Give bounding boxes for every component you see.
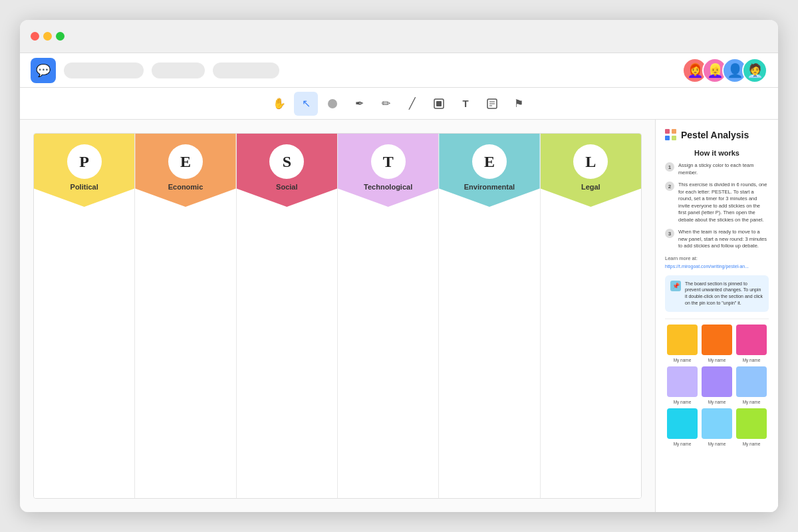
stickies-section: My name My name My name My name <box>665 325 769 446</box>
app-logo[interactable]: 💬 <box>31 58 56 83</box>
pen-tool[interactable]: ✒ <box>347 92 371 116</box>
pin-icon: 📌 <box>670 281 681 291</box>
sticky-orange[interactable] <box>702 325 732 355</box>
sticky-purple-wrapper: My name <box>702 366 732 404</box>
technological-header: T Technological <box>338 134 438 207</box>
brush-tool[interactable]: ✏ <box>374 92 398 116</box>
nav-item-3[interactable] <box>213 63 279 78</box>
sticky-blue[interactable] <box>736 366 767 397</box>
avatar-group: 👩‍🦰 👱‍♀️ 👤 🧑‍💼 <box>682 58 767 83</box>
legal-body[interactable] <box>541 207 641 498</box>
social-body[interactable] <box>237 207 337 498</box>
avatar-4[interactable]: 🧑‍💼 <box>742 58 767 83</box>
sticky-blue-wrapper: My name <box>736 366 767 404</box>
sticky-pink[interactable] <box>736 325 767 355</box>
social-label: Social <box>276 183 297 191</box>
sticky-lavender[interactable] <box>667 366 698 397</box>
legal-header: L Legal <box>541 134 641 207</box>
sticky-lightblue[interactable] <box>702 408 732 439</box>
col-technological: T Technological <box>338 134 439 498</box>
close-button[interactable] <box>31 32 39 41</box>
col-social: S Social <box>237 134 338 498</box>
col-political: P Political <box>34 134 135 498</box>
economic-body[interactable] <box>135 207 235 498</box>
nav-item-2[interactable] <box>152 63 205 78</box>
sticky-pink-wrapper: My name <box>736 325 767 362</box>
political-body[interactable] <box>34 207 134 498</box>
step-3-num: 3 <box>665 229 674 238</box>
hand-tool[interactable]: ✋ <box>267 92 291 116</box>
sticky-green-wrapper: My name <box>736 408 767 446</box>
sticky-cyan-wrapper: My name <box>667 408 698 446</box>
sticky-pink-label: My name <box>743 358 761 362</box>
text-tool[interactable]: T <box>454 92 477 116</box>
pin-notice: 📌 The board section is pinned to prevent… <box>665 275 769 312</box>
sticky-green-label: My name <box>743 442 761 446</box>
learn-more-label: Learn more at: <box>665 255 769 261</box>
step-2-text: This exercise is divided in 6 rounds, on… <box>678 182 769 223</box>
main-window: 💬 👩‍🦰 👱‍♀️ 👤 🧑‍💼 ✋ ↖ <box>20 20 778 512</box>
legal-label: Legal <box>581 183 600 191</box>
eraser-tool[interactable] <box>321 92 344 116</box>
step-1-text: Assign a sticky color to each team membe… <box>678 162 769 176</box>
note-tool[interactable] <box>480 92 504 116</box>
environmental-body[interactable] <box>439 207 539 498</box>
nav-item-1[interactable] <box>64 63 144 78</box>
logo-icon: 💬 <box>36 63 51 78</box>
select-tool[interactable]: ↖ <box>294 92 318 116</box>
how-it-works-label: How it works <box>665 149 769 157</box>
environmental-label: Environmental <box>464 183 515 191</box>
svg-point-0 <box>328 99 337 108</box>
col-legal: L Legal <box>541 134 641 498</box>
sticky-orange-label: My name <box>708 358 726 362</box>
social-letter: S <box>269 144 304 179</box>
social-header: S Social <box>237 134 337 207</box>
main-content: P Political E Economic S <box>20 120 778 512</box>
stickies-row-1: My name My name My name <box>665 325 769 362</box>
step-3: 3 When the team is ready to move to a ne… <box>665 229 769 250</box>
svg-rect-2 <box>436 101 442 106</box>
titlebar <box>20 20 778 53</box>
sticky-purple-label: My name <box>708 400 726 404</box>
environmental-header: E Environmental <box>439 134 539 207</box>
sticky-lavender-wrapper: My name <box>667 366 698 404</box>
sticky-orange-wrapper: My name <box>702 325 732 362</box>
sticky-lavender-label: My name <box>674 400 692 404</box>
navbar: 💬 👩‍🦰 👱‍♀️ 👤 🧑‍💼 <box>20 53 778 88</box>
economic-label: Economic <box>168 183 203 191</box>
shape-tool[interactable] <box>427 92 451 116</box>
sticky-purple[interactable] <box>702 366 732 397</box>
pestel-icon <box>665 129 677 141</box>
divider-1 <box>665 319 769 319</box>
maximize-button[interactable] <box>56 32 65 41</box>
sticky-yellow-wrapper: My name <box>667 325 698 362</box>
political-letter: P <box>67 144 102 179</box>
pin-text: The board section is pinned to prevent u… <box>685 281 763 307</box>
canvas-area: P Political E Economic S <box>20 120 655 512</box>
technological-body[interactable] <box>338 207 438 498</box>
line-tool[interactable]: ╱ <box>400 92 424 116</box>
learn-link[interactable]: https://t.mirogoat.com/writing/pestel-an… <box>665 264 769 269</box>
minimize-button[interactable] <box>43 32 52 41</box>
step-1: 1 Assign a sticky color to each team mem… <box>665 162 769 176</box>
stickies-row-2: My name My name My name <box>665 366 769 404</box>
sticky-yellow[interactable] <box>667 325 698 355</box>
step-2: 2 This exercise is divided in 6 rounds, … <box>665 182 769 223</box>
panel-title: Pestel Analysis <box>681 130 749 140</box>
sticky-cyan[interactable] <box>667 408 698 439</box>
col-economic: E Economic <box>135 134 236 498</box>
flag-tool[interactable]: ⚑ <box>507 92 531 116</box>
tools-bar: ✋ ↖ ✒ ✏ ╱ T ⚑ <box>20 88 778 120</box>
sticky-lightblue-wrapper: My name <box>702 408 732 446</box>
legal-letter: L <box>573 144 608 179</box>
col-environmental: E Environmental <box>439 134 540 498</box>
economic-letter: E <box>168 144 203 179</box>
environmental-letter: E <box>472 144 507 179</box>
step-1-num: 1 <box>665 162 674 172</box>
pestel-board: P Political E Economic S <box>33 133 642 499</box>
economic-header: E Economic <box>135 134 235 207</box>
step-3-text: When the team is ready to move to a new … <box>678 229 769 250</box>
political-label: Political <box>70 183 98 191</box>
sticky-cyan-label: My name <box>674 442 692 446</box>
sticky-green[interactable] <box>736 408 767 439</box>
